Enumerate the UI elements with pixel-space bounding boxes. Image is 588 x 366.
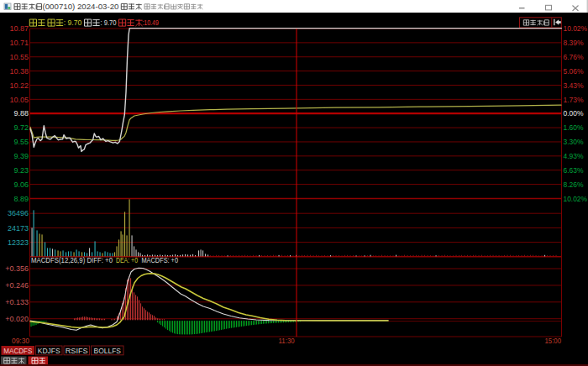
svg-text:5.06%: 5.06% [564, 67, 584, 76]
svg-text:+0.356: +0.356 [5, 264, 29, 273]
svg-text:15:00: 15:00 [545, 337, 562, 345]
svg-text:8.89: 8.89 [13, 195, 29, 203]
svg-text:1.60%: 1.60% [564, 123, 584, 132]
svg-text:10.71: 10.71 [9, 39, 29, 47]
svg-text:9.72: 9.72 [13, 123, 29, 132]
svg-text:6.63%: 6.63% [564, 166, 584, 175]
svg-text:: 9.70: : 9.70 [64, 18, 81, 27]
svg-text:6.76%: 6.76% [564, 53, 584, 61]
svg-text:10.02%: 10.02% [564, 24, 588, 33]
svg-text:+0.133: +0.133 [5, 298, 29, 306]
svg-text:MACDFS: MACDFS [3, 347, 32, 355]
svg-text::10.49: :10.49 [142, 18, 159, 27]
svg-text:(000710) 2024-03-20: (000710) 2024-03-20 [43, 3, 119, 11]
svg-text:KDJFS: KDJFS [38, 347, 60, 355]
svg-text:9.39: 9.39 [13, 152, 29, 160]
svg-text:9.23: 9.23 [13, 166, 29, 175]
svg-text:MACDFS(12,26,9) DIFF: +0: MACDFS(12,26,9) DIFF: +0 [31, 256, 113, 264]
svg-text:9.88: 9.88 [13, 109, 29, 118]
svg-text:10.38: 10.38 [9, 67, 29, 76]
svg-text:11:30: 11:30 [279, 337, 295, 345]
svg-text:8.39%: 8.39% [564, 39, 584, 47]
svg-text:9.55: 9.55 [13, 138, 29, 146]
svg-text:36496: 36496 [8, 209, 29, 217]
svg-text:8.26%: 8.26% [564, 180, 584, 189]
svg-text:: 9.70: : 9.70 [100, 18, 116, 27]
svg-text:12323: 12323 [8, 238, 29, 247]
svg-text:9.06: 9.06 [13, 180, 29, 189]
svg-text:RSIFS: RSIFS [66, 347, 88, 355]
svg-text:24173: 24173 [8, 224, 29, 233]
svg-text:MACDFS: +0: MACDFS: +0 [142, 256, 179, 264]
svg-text:10.05: 10.05 [9, 96, 29, 104]
svg-text:0.00%: 0.00% [564, 109, 584, 118]
svg-text:10.87: 10.87 [9, 24, 29, 33]
svg-text:DEA: +0: DEA: +0 [116, 256, 138, 264]
svg-text:10.22: 10.22 [9, 81, 29, 90]
svg-text:09:30: 09:30 [12, 337, 29, 345]
svg-text:+0.020: +0.020 [5, 315, 29, 323]
svg-text:+0.246: +0.246 [5, 281, 29, 290]
svg-text:3.30%: 3.30% [564, 138, 584, 146]
svg-text:4.93%: 4.93% [564, 152, 584, 160]
svg-text:1.73%: 1.73% [564, 96, 584, 104]
svg-text:BOLLFS: BOLLFS [94, 347, 121, 355]
svg-text:10.02%: 10.02% [564, 195, 588, 203]
svg-text:3.43%: 3.43% [564, 81, 584, 90]
svg-text:10.55: 10.55 [9, 53, 29, 61]
